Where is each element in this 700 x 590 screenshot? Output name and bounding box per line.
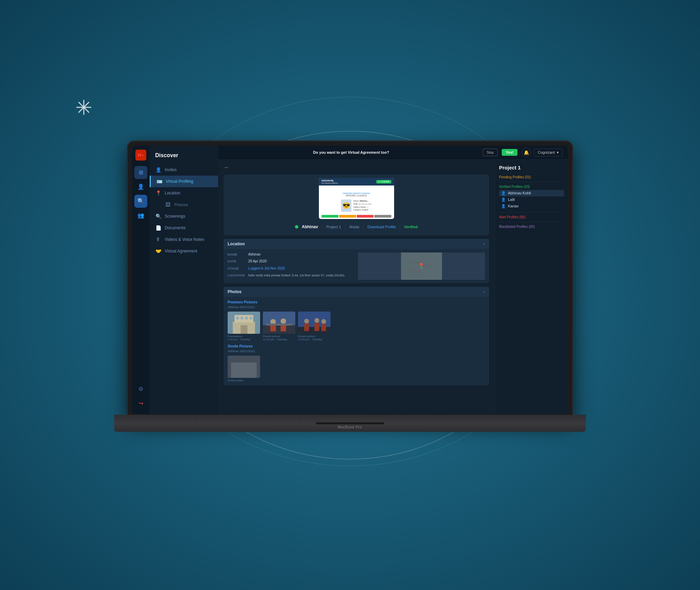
- name-value: Abhinav: [248, 252, 355, 258]
- photo-thumb-1[interactable]: [228, 312, 260, 334]
- company-name: Cognizant: [538, 150, 555, 154]
- photo-item-3: Posted picture12:49 pm - Tuesday: [298, 312, 331, 341]
- photo-thumb-2[interactable]: [263, 312, 295, 334]
- blacklisted-profiles-title: Blacklisted Profiles (00): [499, 225, 564, 229]
- right-panel: Project 1 Pending Profiles (01) Verified…: [495, 160, 568, 414]
- notification-button[interactable]: 🔔: [522, 148, 531, 157]
- top-bar-virtual-agreement-link: Virtual Agreement: [348, 150, 380, 154]
- nav-item-virtual-agreement[interactable]: 🤝 Virtual Agreement: [150, 245, 218, 257]
- top-bar-message-prefix: Do you want to get: [313, 150, 348, 154]
- profile-entry-kanav[interactable]: 👤 Kanav: [499, 203, 564, 209]
- location-table: NAME Abhinav DATE 28 Apr 2020 STAGE Logg…: [224, 249, 489, 283]
- id-badge-content: 😎 Name: Abhinav... DOB: dd-mm-yy India F…: [341, 200, 372, 212]
- nav-item-pictures[interactable]: 🖼 Pictures: [150, 199, 218, 210]
- app-layout: H— ⊞ 👤 🔍 👥 ⚙ ↪ Discover 👤: [132, 146, 568, 414]
- back-button[interactable]: ←: [224, 164, 232, 171]
- separator3: |: [363, 224, 364, 230]
- app-logo: H—: [135, 150, 146, 161]
- pending-profiles-title: Pending Profiles (01): [499, 175, 564, 179]
- verified-profiles-title: Verified Profiles (03): [499, 185, 564, 189]
- profile-name-abhinav: Abhinav Kohli: [508, 191, 531, 195]
- main-area: Do you want to get Virtual Agreement too…: [218, 146, 568, 414]
- divider-3: [499, 222, 564, 222]
- id-badge-photo: 😎: [341, 200, 351, 212]
- photo-thumb-3[interactable]: [298, 312, 331, 334]
- separator4: |: [399, 224, 401, 230]
- videos-icon: 🎙: [155, 237, 161, 242]
- premises-label: Premises Pictures: [228, 300, 485, 304]
- stage-label: STAGE: [228, 266, 245, 270]
- verified-badge: Verified: [404, 225, 418, 229]
- nav-item-location[interactable]: 📍 Location: [150, 187, 218, 199]
- profile-entry-lalit[interactable]: 👤 Lalit: [499, 196, 564, 203]
- nav-title: Discover: [150, 150, 218, 164]
- skip-button[interactable]: Skip: [483, 149, 497, 156]
- nav-item-virtual-profiling[interactable]: 🪪 Virtual Profiling: [150, 176, 218, 187]
- id-badge-card: helloVerifyPre-MuthootBlue ✓ CLEAR VERIF…: [224, 175, 489, 235]
- nav-label-invites: Invites: [165, 167, 177, 172]
- sidebar-icon-profile[interactable]: 👤: [134, 180, 147, 193]
- star-decoration-left: ✳: [75, 96, 92, 120]
- laptop-wrapper: H— ⊞ 👤 🔍 👥 ⚙ ↪ Discover 👤: [114, 141, 586, 449]
- svg-rect-41: [228, 356, 260, 378]
- pictures-icon: 🖼: [165, 202, 171, 207]
- download-profile-link[interactable]: Download Profile: [367, 225, 396, 229]
- location-section: Location − NAME Abhinav DATE 28 A: [224, 239, 489, 283]
- nav-label-screenings: Screenings: [165, 214, 185, 219]
- profile-entry-abhinav[interactable]: 👤 Abhinav Kohli: [499, 190, 564, 196]
- nav-item-screenings[interactable]: 🔍 Screenings: [150, 210, 218, 222]
- yes-button[interactable]: Yes!: [502, 149, 518, 156]
- photos-title: Photos: [228, 289, 242, 294]
- center-panel: ← helloVerifyPre-MuthootBlue ✓ CLEAR VER: [218, 160, 495, 414]
- onsite-label: Onsite Pictures: [228, 344, 485, 348]
- icon-sidebar: H— ⊞ 👤 🔍 👥 ⚙ ↪: [132, 146, 150, 414]
- top-bar-right: 🔔 Cognizant ▾: [522, 148, 563, 157]
- map-placeholder: 📍: [358, 252, 485, 280]
- bar-red: [357, 215, 374, 218]
- sidebar-icon-team[interactable]: 👥: [134, 209, 147, 222]
- nav-item-documents[interactable]: 📄 Documents: [150, 222, 218, 234]
- separator1: |: [321, 224, 323, 230]
- nav-item-videos[interactable]: 🎙 Videos & Voice Notes: [150, 234, 218, 245]
- separator2: |: [345, 224, 346, 230]
- virtual-profiling-icon: 🪪: [156, 179, 162, 184]
- svg-rect-38: [298, 312, 331, 334]
- date-label: DATE: [228, 259, 245, 263]
- photos-chevron-icon: −: [483, 289, 485, 294]
- onsite-photos-grid: Onsite photo: [228, 356, 485, 382]
- bar-green: [322, 215, 339, 218]
- virtual-agreement-icon: 🤝: [155, 248, 161, 254]
- divider-1: [499, 182, 564, 182]
- sidebar-icon-search[interactable]: 🔍: [134, 195, 147, 208]
- company-selector[interactable]: Cognizant ▾: [534, 149, 563, 156]
- chevron-down-icon: ▾: [557, 150, 559, 155]
- location-accordion-header[interactable]: Location −: [224, 239, 489, 249]
- nav-item-invites[interactable]: 👤 Invites: [150, 164, 218, 176]
- photo-item-1: Foundations1:51 pm - Tuesday: [228, 312, 260, 341]
- location-value: hello verify india private limited. b-44…: [248, 273, 355, 279]
- alert-profiles-title: Alert Profiles (00): [499, 215, 564, 219]
- nav-label-documents: Documents: [165, 225, 186, 230]
- bar-yellow: [339, 215, 356, 218]
- photo-caption-3: Posted picture12:49 pm - Tuesday: [298, 335, 331, 341]
- profile-icon-abhinav: 👤: [501, 191, 506, 195]
- documents-icon: 📄: [155, 225, 161, 231]
- map-pin-icon: 📍: [418, 263, 425, 269]
- left-nav: Discover 👤 Invites 🪪 Virtual Profiling 📍…: [150, 146, 218, 414]
- nav-label-virtual-agreement: Virtual Agreement: [165, 249, 197, 253]
- sidebar-icon-logout[interactable]: ↪: [134, 397, 147, 410]
- profile-name-kanav: Kanav: [508, 204, 519, 208]
- laptop-base-notch: [316, 422, 384, 424]
- profile-name-lalit: Lalit: [508, 197, 515, 202]
- laptop-base: MacBook Pro: [114, 415, 586, 432]
- onsite-photo-thumb-1[interactable]: [228, 356, 260, 378]
- id-badge: helloVerifyPre-MuthootBlue ✓ CLEAR VERIF…: [319, 178, 394, 219]
- photos-content: Premises Pictures Abhinav 28/01/2021: [224, 297, 489, 385]
- premises-date: Abhinav 28/01/2021: [228, 305, 485, 309]
- top-bar: Do you want to get Virtual Agreement too…: [218, 146, 568, 160]
- photo-caption-1: Foundations1:51 pm - Tuesday: [228, 335, 260, 341]
- photos-accordion-header[interactable]: Photos −: [224, 287, 489, 297]
- sidebar-icon-dashboard[interactable]: ⊞: [134, 166, 147, 179]
- svg-rect-12: [404, 270, 421, 273]
- sidebar-icon-settings[interactable]: ⚙: [134, 383, 147, 396]
